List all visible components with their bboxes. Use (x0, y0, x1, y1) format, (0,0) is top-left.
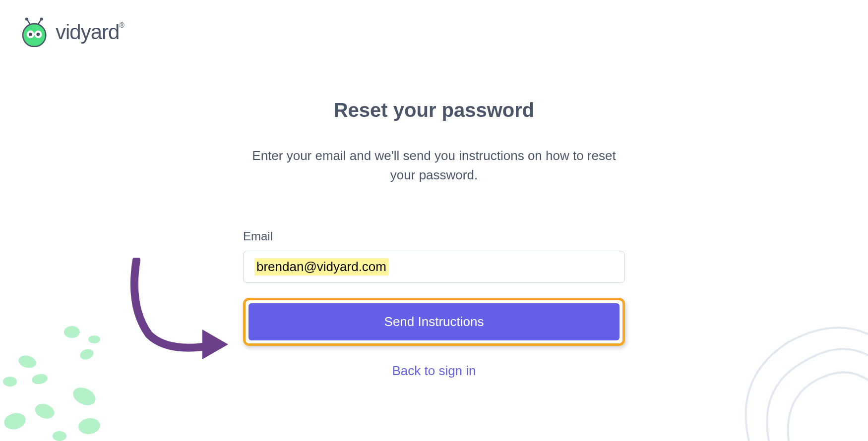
vidyard-logo-icon (20, 17, 50, 47)
page-description: Enter your email and we'll send you inst… (243, 146, 625, 185)
svg-point-9 (77, 417, 101, 436)
background-decoration-spots (0, 322, 139, 441)
svg-point-12 (25, 17, 28, 20)
svg-point-19 (36, 33, 40, 36)
svg-point-1 (33, 401, 56, 421)
svg-point-0 (2, 411, 28, 432)
svg-point-14 (40, 17, 43, 20)
email-label: Email (243, 229, 625, 243)
svg-point-8 (70, 384, 98, 408)
background-decoration-curves (620, 268, 868, 441)
reset-password-panel: Reset your password Enter your email and… (243, 99, 625, 379)
annotation-highlight-box: Send Instructions (243, 298, 625, 346)
page-title: Reset your password (243, 99, 625, 121)
email-field[interactable]: brendan@vidyard.com (243, 251, 625, 283)
reset-form: Email brendan@vidyard.com Send Instructi… (243, 229, 625, 379)
annotation-arrow-icon (124, 258, 243, 362)
svg-point-6 (3, 377, 17, 386)
svg-point-17 (29, 33, 32, 36)
svg-point-5 (17, 354, 38, 370)
email-value-highlighted: brendan@vidyard.com (254, 258, 388, 276)
back-to-sign-in-link[interactable]: Back to sign in (243, 363, 625, 379)
svg-point-10 (53, 431, 66, 441)
svg-point-4 (88, 335, 100, 343)
logo: vidyard® (20, 17, 124, 47)
send-instructions-button[interactable]: Send Instructions (248, 303, 620, 340)
svg-point-7 (31, 373, 49, 385)
svg-point-15 (23, 24, 46, 47)
svg-point-3 (78, 347, 95, 361)
svg-point-2 (64, 326, 80, 338)
logo-text: vidyard® (56, 20, 124, 44)
